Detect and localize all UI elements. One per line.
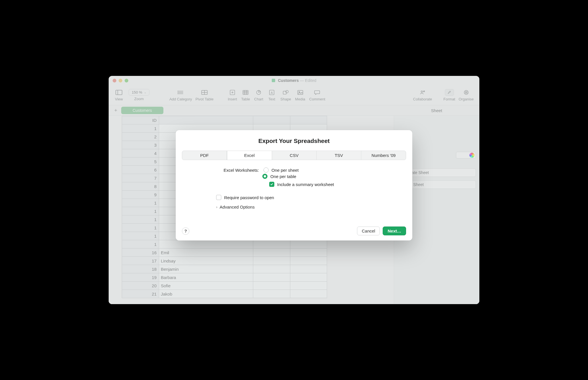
- svg-point-26: [421, 91, 422, 92]
- help-button[interactable]: ?: [182, 227, 189, 235]
- svg-point-6: [178, 92, 178, 92]
- insert-button[interactable]: Insert: [228, 89, 237, 101]
- cell[interactable]: [290, 248, 327, 257]
- svg-rect-14: [243, 90, 248, 94]
- checkbox-include-summary-label: Include a summary worksheet: [277, 182, 334, 187]
- cell[interactable]: [290, 116, 327, 124]
- cell[interactable]: Lindsay: [159, 257, 253, 265]
- checkbox-include-summary[interactable]: [269, 182, 274, 187]
- cell[interactable]: [253, 257, 290, 265]
- checkbox-require-password[interactable]: [216, 195, 221, 200]
- cell[interactable]: [253, 116, 290, 124]
- chevron-right-icon: ›: [216, 205, 217, 209]
- chevron-down-icon: ⌄: [144, 91, 146, 94]
- advanced-options-disclosure[interactable]: › Advanced Options: [216, 205, 406, 209]
- sheet-tab-customers[interactable]: Customers: [121, 107, 163, 114]
- cell[interactable]: [290, 265, 327, 273]
- comment-button[interactable]: Comment: [309, 89, 325, 101]
- color-wheel-icon: [469, 153, 475, 158]
- cell[interactable]: 9: [122, 191, 159, 199]
- cell[interactable]: 1: [122, 232, 159, 240]
- export-tab-numbers-09[interactable]: Numbers '09: [361, 151, 406, 160]
- cell[interactable]: 17: [122, 257, 159, 265]
- collaborate-button[interactable]: Collaborate: [413, 89, 432, 101]
- pivot-table-button[interactable]: Pivot Table: [195, 89, 213, 101]
- svg-rect-0: [116, 90, 122, 95]
- cell[interactable]: 5: [122, 157, 159, 166]
- cancel-button[interactable]: Cancel: [357, 227, 380, 235]
- cell[interactable]: Benjamin: [159, 265, 253, 273]
- table-button[interactable]: Table: [241, 89, 250, 101]
- radio-one-per-sheet[interactable]: [263, 167, 269, 173]
- cell[interactable]: 19: [122, 273, 159, 282]
- collaborate-icon: [418, 89, 427, 96]
- add-category-button[interactable]: Add Category: [169, 89, 192, 101]
- document-icon: [272, 79, 275, 82]
- format-button[interactable]: Format: [443, 89, 455, 101]
- organise-button[interactable]: Organise: [459, 89, 474, 101]
- cell[interactable]: Barbara: [159, 273, 253, 282]
- cell[interactable]: 1: [122, 199, 159, 207]
- image-icon: [296, 89, 305, 96]
- zoom-control[interactable]: 150 % ⌄ Zoom: [129, 89, 149, 101]
- cell[interactable]: [290, 240, 327, 248]
- inspector-title: Sheet: [394, 108, 479, 113]
- chart-button[interactable]: Chart: [254, 89, 263, 101]
- cell[interactable]: 8: [122, 182, 159, 191]
- cell[interactable]: [290, 273, 327, 282]
- cell[interactable]: [253, 282, 290, 290]
- cell[interactable]: 6: [122, 166, 159, 174]
- shape-button[interactable]: Shape: [280, 89, 291, 101]
- export-tab-pdf[interactable]: PDF: [182, 151, 227, 160]
- export-tab-csv[interactable]: CSV: [272, 151, 317, 160]
- cell[interactable]: [253, 273, 290, 282]
- cell[interactable]: 4: [122, 149, 159, 157]
- window-title: Customers — Edited: [109, 78, 479, 83]
- pie-chart-icon: [254, 89, 263, 96]
- export-dialog-title: Export Your Spreadsheet: [182, 138, 406, 144]
- cell[interactable]: Jakob: [159, 290, 253, 298]
- view-button[interactable]: View: [114, 89, 123, 101]
- cell[interactable]: 1: [122, 124, 159, 133]
- radio-one-per-table-label: One per table: [270, 174, 296, 179]
- titlebar: Customers — Edited: [109, 76, 479, 85]
- cell[interactable]: 1: [122, 215, 159, 224]
- cell[interactable]: 1: [122, 224, 159, 232]
- cell[interactable]: [253, 248, 290, 257]
- cell[interactable]: 2: [122, 133, 159, 141]
- next-button[interactable]: Next…: [383, 227, 406, 235]
- cell[interactable]: [290, 282, 327, 290]
- cell[interactable]: 3: [122, 141, 159, 149]
- cell[interactable]: [159, 116, 253, 124]
- cell[interactable]: [253, 290, 290, 298]
- add-sheet-button[interactable]: +: [113, 107, 119, 114]
- cell[interactable]: 1: [122, 240, 159, 248]
- cell[interactable]: 21: [122, 290, 159, 298]
- text-button[interactable]: A Text: [267, 89, 276, 101]
- cell[interactable]: [253, 265, 290, 273]
- color-well[interactable]: [456, 152, 476, 159]
- cell[interactable]: 18: [122, 265, 159, 273]
- export-tab-tsv[interactable]: TSV: [317, 151, 361, 160]
- radio-one-per-table[interactable]: [262, 174, 267, 179]
- svg-text:A: A: [271, 91, 273, 94]
- cell[interactable]: [290, 290, 327, 298]
- cell[interactable]: 1: [122, 207, 159, 215]
- pivot-icon: [200, 89, 209, 96]
- sliders-icon: [462, 89, 471, 96]
- app-window: Customers — Edited View 150 % ⌄ Zoom Add…: [109, 76, 479, 304]
- cell[interactable]: 7: [122, 174, 159, 182]
- cell[interactable]: [159, 240, 253, 248]
- cell[interactable]: Sofie: [159, 282, 253, 290]
- cell[interactable]: [290, 257, 327, 265]
- cell[interactable]: Emil: [159, 248, 253, 257]
- paintbrush-icon: [445, 89, 454, 96]
- cell[interactable]: 20: [122, 282, 159, 290]
- zoom-value: 150 %: [132, 90, 142, 94]
- cell[interactable]: 16: [122, 248, 159, 257]
- cell[interactable]: ID: [122, 116, 159, 124]
- shape-icon: [281, 89, 290, 96]
- cell[interactable]: [253, 240, 290, 248]
- export-tab-excel[interactable]: Excel: [227, 151, 272, 160]
- media-button[interactable]: Media: [295, 89, 305, 101]
